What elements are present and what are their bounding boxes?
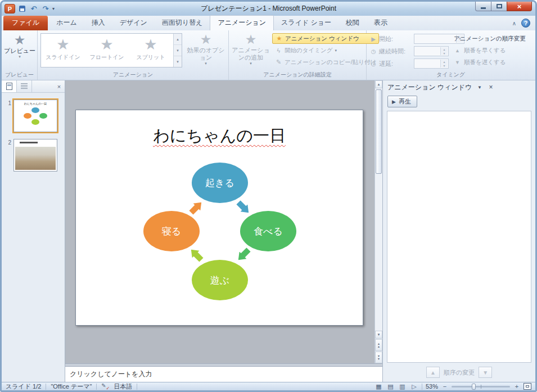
help-button[interactable]: ? <box>521 19 530 28</box>
tab-review[interactable]: 校閲 <box>339 16 367 30</box>
group-animation: ★ スライドイン ★ フロートイン ★ スプリット ▴ ▾ ▾ ★ <box>38 30 229 80</box>
scroll-up-button[interactable]: ▴ <box>375 80 382 88</box>
normal-view-button[interactable]: ▦ <box>374 383 383 390</box>
animation-painter-button[interactable]: ✎ アニメーションのコピー/貼り付け <box>272 57 379 67</box>
gallery-item-float-in[interactable]: ★ フロートイン <box>85 34 129 67</box>
notes-pane[interactable]: クリックしてノートを入力 <box>65 366 382 382</box>
animation-pane-icon: ★ <box>276 35 283 42</box>
animation-pane-header: アニメーション ウィンドウ ▼ × <box>383 80 535 93</box>
animation-list[interactable] <box>387 111 531 363</box>
maximize-button[interactable] <box>491 2 507 11</box>
outline-tab-icon <box>21 83 28 90</box>
slide-thumbnail-1[interactable]: わにちゃんの一日 <box>13 100 57 132</box>
animation-pane-close-button[interactable]: × <box>486 83 495 92</box>
zoom-slider[interactable] <box>452 386 510 388</box>
slide[interactable]: わにちゃんの一日 起きる 食べる 遊ぶ 寝る <box>75 110 363 326</box>
minimize-button[interactable] <box>475 2 491 11</box>
tab-animations[interactable]: アニメーション <box>210 15 274 30</box>
scroll-down-button[interactable]: ▾ <box>375 331 382 339</box>
tab-insert[interactable]: 挿入 <box>84 16 112 30</box>
language-indicator[interactable]: 日本語 <box>114 382 132 391</box>
duration-spinner[interactable]: ▴▾ <box>414 46 449 56</box>
add-animation-button[interactable]: ★ アニメーションの追加 ▾ <box>231 33 271 66</box>
zoom-out-button[interactable]: − <box>441 383 448 390</box>
slideshow-view-button[interactable]: ▷ <box>410 383 418 390</box>
gallery-item-split[interactable]: ★ スプリット <box>129 34 173 67</box>
status-bar-right: ▦ ▤ ▥ ▷ 53% − + <box>374 383 531 390</box>
tab-view[interactable]: 表示 <box>367 16 395 30</box>
cycle-shape-wake-up[interactable]: 起きる <box>192 163 248 203</box>
tab-design[interactable]: デザイン <box>112 16 155 30</box>
zoom-level[interactable]: 53% <box>426 383 438 390</box>
scrollbar-thumb[interactable] <box>376 89 382 174</box>
animation-pane-menu-button[interactable]: ▼ <box>475 83 484 92</box>
thumbnail-text <box>20 142 38 143</box>
ribbon-tab-row: ファイル ホーム 挿入 デザイン 画面切り替え アニメーション スライド ショー… <box>2 16 535 30</box>
undo-button[interactable]: ↶ <box>29 4 39 13</box>
gallery-more-button[interactable]: ▾ <box>174 56 182 67</box>
effect-options-star-icon: ★ <box>200 33 212 47</box>
animation-painter-icon: ✎ <box>275 58 282 66</box>
slides-panel-close-button[interactable]: × <box>53 80 65 92</box>
slide-canvas: わにちゃんの一日 起きる 食べる 遊ぶ 寝る <box>65 80 374 363</box>
reorder-down-button[interactable]: ▼ <box>479 367 492 378</box>
pencil-icon: ✎ <box>101 382 106 389</box>
slide-thumbnail-2[interactable] <box>13 139 57 172</box>
app-icon[interactable]: P <box>4 4 15 13</box>
tab-transitions[interactable]: 画面切り替え <box>155 16 210 30</box>
tab-file[interactable]: ファイル <box>3 16 48 30</box>
delay-spinner-arrows[interactable]: ▴▾ <box>440 60 448 67</box>
spell-check-button[interactable]: ✎ ✓ <box>101 383 109 390</box>
zoom-slider-midpoint <box>481 385 481 389</box>
duration-spinner-arrows[interactable]: ▴▾ <box>440 47 448 55</box>
minimize-ribbon-icon[interactable]: ∧ <box>512 20 516 26</box>
move-later-button[interactable]: ▼ 順番を遅くする <box>454 58 534 66</box>
play-button[interactable]: ▶ 再生 <box>387 96 417 107</box>
outline-tab[interactable] <box>17 80 32 92</box>
ribbon: ★ プレビュー ▾ プレビュー ★ スライドイン ★ フロートイン ★ スプリッ… <box>2 30 535 80</box>
reorder-up-button[interactable]: ▲ <box>426 367 440 378</box>
thumbnail-title: わにちゃんの一日 <box>14 102 57 105</box>
tab-slideshow[interactable]: スライド ショー <box>274 16 339 30</box>
previous-slide-button[interactable]: ▴▴ <box>375 339 382 351</box>
zoom-in-button[interactable]: + <box>513 383 520 390</box>
animation-gallery: ★ スライドイン ★ フロートイン ★ スプリット ▴ ▾ ▾ <box>40 33 182 67</box>
preview-button[interactable]: ★ プレビュー ▾ <box>3 33 36 59</box>
slides-tab[interactable] <box>2 80 17 92</box>
cycle-shape-play[interactable]: 遊ぶ <box>192 260 248 300</box>
reading-view-button[interactable]: ▥ <box>398 383 407 390</box>
group-advanced-animation: ★ アニメーションの追加 ▾ ★ アニメーション ウィンドウ ϟ 開始のタイミン… <box>229 30 367 80</box>
save-button[interactable] <box>17 4 27 13</box>
animation-pane-footer: ▲ 順序の変更 ▼ <box>383 366 535 379</box>
delay-spinner[interactable]: ▴▾ <box>414 58 449 69</box>
group-label-preview: プレビュー <box>2 71 37 79</box>
tabrow-right: ∧ ? <box>512 19 535 28</box>
fit-to-window-button[interactable] <box>524 383 531 390</box>
move-earlier-button[interactable]: ▲ 順番を早くする <box>454 47 534 55</box>
cycle-arrow-top-left <box>187 199 205 216</box>
slide-sorter-view-button[interactable]: ▤ <box>386 383 395 390</box>
cycle-shape-label: 寝る <box>162 225 181 238</box>
tab-home[interactable]: ホーム <box>49 16 84 30</box>
animation-pane-button[interactable]: ★ アニメーション ウィンドウ <box>272 33 379 44</box>
zoom-slider-thumb[interactable] <box>472 384 476 390</box>
cycle-shape-sleep[interactable]: 寝る <box>143 211 200 251</box>
duration-label: 継続時間: <box>379 47 412 56</box>
trigger-button[interactable]: ϟ 開始のタイミング ▾ <box>272 45 379 56</box>
qat-customize-dropdown[interactable]: ▾ <box>52 6 58 11</box>
redo-button[interactable]: ↷ <box>40 4 51 13</box>
close-button[interactable]: × <box>507 2 532 11</box>
effect-options-button[interactable]: ★ 効果のオプション ▾ <box>186 33 226 66</box>
window-title: プレゼンテーション1 - Microsoft PowerPoint <box>2 4 535 13</box>
workspace: × 1 わにちゃんの一日 2 <box>2 80 535 382</box>
vertical-scrollbar[interactable]: ▴ ▾ ▴▴ ▾▾ <box>374 80 382 363</box>
cycle-shape-eat[interactable]: 食べる <box>240 211 296 251</box>
gallery-scroll-up[interactable]: ▴ <box>174 34 182 45</box>
duration-icon: ◷ <box>370 48 377 55</box>
gallery-scroll-down[interactable]: ▾ <box>174 45 182 56</box>
star-icon: ★ <box>100 35 113 53</box>
gallery-item-label: スプリット <box>136 53 165 61</box>
next-slide-button[interactable]: ▾▾ <box>375 352 382 363</box>
gallery-item-slide-in[interactable]: ★ スライドイン <box>41 34 85 67</box>
slide-title[interactable]: わにちゃんの一日 <box>76 125 363 147</box>
